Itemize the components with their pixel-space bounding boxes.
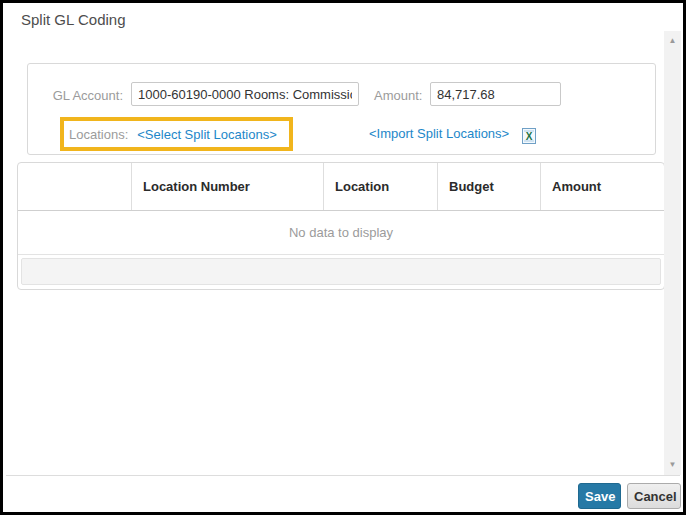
save-button[interactable]: Save [578, 483, 621, 509]
gl-account-label: GL Account: [28, 88, 123, 103]
grid-header-row: Location Number Location Budget Amount [18, 163, 664, 211]
column-header-location-number[interactable]: Location Number [132, 163, 324, 210]
column-header-location[interactable]: Location [324, 163, 438, 210]
svg-text:X: X [526, 131, 533, 142]
column-header-amount[interactable]: Amount [541, 163, 664, 210]
gl-account-input[interactable] [131, 82, 359, 106]
locations-highlight-box: Locations: <Select Split Locations> [60, 117, 293, 151]
grid-footer-bar [21, 258, 661, 285]
import-split-locations-link[interactable]: <Import Split Locations> [369, 125, 509, 143]
scroll-down-icon[interactable]: ▼ [664, 457, 681, 473]
amount-input[interactable] [430, 82, 561, 106]
split-locations-grid: Location Number Location Budget Amount N… [17, 162, 665, 290]
dialog-title: Split GL Coding [21, 11, 126, 28]
locations-label: Locations: [69, 127, 128, 142]
footer-divider [6, 475, 680, 476]
vertical-scrollbar[interactable]: ▲ ▼ [664, 31, 681, 475]
column-header-budget[interactable]: Budget [438, 163, 541, 210]
column-header-selector[interactable] [18, 163, 132, 210]
excel-file-icon[interactable]: X [522, 128, 536, 144]
gl-coding-form-panel: GL Account: Amount: Locations: <Select S… [27, 63, 656, 155]
scroll-up-icon[interactable]: ▲ [664, 33, 681, 49]
grid-empty-state: No data to display [18, 211, 664, 255]
cancel-button[interactable]: Cancel [627, 483, 681, 509]
empty-table-message: No data to display [289, 225, 393, 240]
split-gl-coding-dialog: Split GL Coding GL Account: Amount: Loca… [0, 0, 686, 515]
select-split-locations-link[interactable]: <Select Split Locations> [137, 127, 276, 142]
amount-label: Amount: [374, 88, 422, 103]
